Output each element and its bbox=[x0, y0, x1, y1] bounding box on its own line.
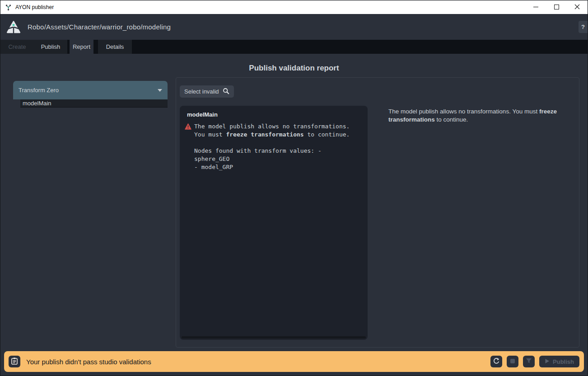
ayon-logo-icon bbox=[7, 21, 20, 33]
error-card-instance-title: modelMain bbox=[180, 106, 368, 118]
validation-status-message: Your publish didn't pass studio validati… bbox=[26, 358, 151, 366]
publish-button[interactable]: Publish bbox=[539, 356, 579, 367]
error-message-text: The model publish allows no transformati… bbox=[194, 122, 350, 171]
select-invalid-label: Select invalid bbox=[184, 88, 219, 95]
instance-item-modelmain[interactable]: modelMain bbox=[20, 99, 168, 108]
error-detail-description: The model publish allows no transformati… bbox=[388, 108, 569, 124]
stop-icon bbox=[510, 358, 515, 365]
tab-bar: Create Publish Report Details bbox=[0, 40, 588, 54]
help-button[interactable]: ? bbox=[579, 21, 588, 33]
publish-button-label: Publish bbox=[553, 358, 574, 365]
clipboard-icon bbox=[11, 357, 18, 366]
refresh-icon bbox=[493, 357, 500, 366]
tab-group-create-publish: Create Publish bbox=[0, 40, 67, 54]
minimize-button[interactable] bbox=[525, 0, 546, 14]
tab-report[interactable]: Report bbox=[70, 40, 93, 54]
close-button[interactable] bbox=[567, 0, 588, 14]
window-title: AYON publisher bbox=[15, 4, 54, 10]
play-icon bbox=[545, 358, 550, 365]
reset-publish-button[interactable] bbox=[490, 356, 502, 367]
validation-status-bar: Your publish didn't pass studio validati… bbox=[4, 351, 584, 372]
titlebar: AYON publisher bbox=[0, 0, 588, 14]
validator-dropdown[interactable]: Transform Zero bbox=[13, 81, 168, 99]
error-card-body: The model publish allows no transformati… bbox=[180, 118, 368, 171]
maximize-icon bbox=[554, 3, 559, 11]
app-window: AYON publisher bbox=[0, 0, 588, 376]
window-controls bbox=[525, 0, 588, 14]
tab-create[interactable]: Create bbox=[0, 40, 34, 54]
warning-icon bbox=[185, 123, 191, 130]
validation-report-panel: Select invalid modelMain bbox=[176, 77, 579, 348]
header: Robo/Assets/Character/warrior_robo/model… bbox=[0, 14, 588, 40]
error-report-card: modelMain The model publish allows no tr… bbox=[180, 106, 368, 340]
page-title: Publish validation report bbox=[0, 64, 588, 73]
tab-publish[interactable]: Publish bbox=[34, 40, 67, 54]
close-icon bbox=[574, 3, 580, 11]
minimize-icon bbox=[533, 3, 538, 11]
footer-actions: Publish bbox=[490, 356, 579, 367]
tab-details[interactable]: Details bbox=[98, 40, 132, 54]
app-icon bbox=[5, 4, 12, 11]
maximize-button[interactable] bbox=[546, 0, 567, 14]
copy-report-button[interactable] bbox=[9, 356, 20, 367]
funnel-icon bbox=[526, 358, 532, 365]
chevron-down-icon bbox=[158, 89, 162, 92]
select-invalid-button[interactable]: Select invalid bbox=[180, 85, 234, 98]
validate-button[interactable] bbox=[523, 356, 535, 367]
search-icon bbox=[223, 88, 229, 96]
context-breadcrumb: Robo/Assets/Character/warrior_robo/model… bbox=[28, 23, 171, 31]
validator-dropdown-label: Transform Zero bbox=[19, 87, 59, 94]
horizontal-scrollbar[interactable] bbox=[182, 336, 366, 338]
report-page: Publish validation report Transform Zero… bbox=[0, 54, 588, 376]
stop-publish-button[interactable] bbox=[507, 356, 518, 367]
